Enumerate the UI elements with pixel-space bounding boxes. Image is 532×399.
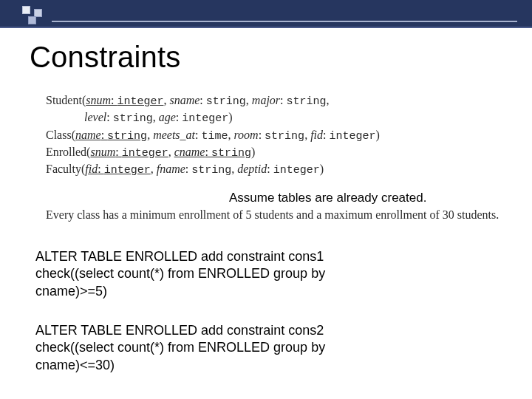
assumption-note: Assume tables are already created.	[229, 191, 426, 205]
sql-constraint-1: ALTER TABLE ENROLLED add constraint cons…	[35, 248, 499, 300]
schema-relation: Enrolled(snum: integer, cname: string)	[46, 144, 380, 161]
accent-square-icon	[28, 16, 36, 24]
accent-square-icon	[22, 6, 30, 14]
sql-line: cname)<=30)	[35, 357, 499, 374]
sql-line: check((select count(*) from ENROLLED gro…	[35, 339, 499, 356]
schema-definitions: Student(snum: integer, sname: string, ma…	[46, 92, 380, 178]
slide-top-accent	[0, 0, 532, 28]
sql-line: check((select count(*) from ENROLLED gro…	[35, 265, 499, 282]
sql-line: ALTER TABLE ENROLLED add constraint cons…	[35, 248, 499, 265]
sql-line: ALTER TABLE ENROLLED add constraint cons…	[35, 322, 499, 339]
problem-statement: Every class has a minimum enrollment of …	[46, 208, 502, 222]
schema-relation: Class(name: string, meets_at: time, room…	[46, 127, 380, 144]
schema-relation: Faculty(fid: integer, fname: string, dep…	[46, 161, 380, 178]
accent-rule	[52, 21, 517, 22]
schema-relation: level: string, age: integer)	[46, 109, 233, 126]
sql-constraint-2: ALTER TABLE ENROLLED add constraint cons…	[35, 322, 499, 374]
sql-line: cname)>=5)	[35, 283, 499, 300]
slide-title: Constraints	[30, 41, 181, 74]
schema-relation: Student(snum: integer, sname: string, ma…	[46, 92, 380, 109]
slide: Constraints Student(snum: integer, sname…	[0, 0, 532, 399]
